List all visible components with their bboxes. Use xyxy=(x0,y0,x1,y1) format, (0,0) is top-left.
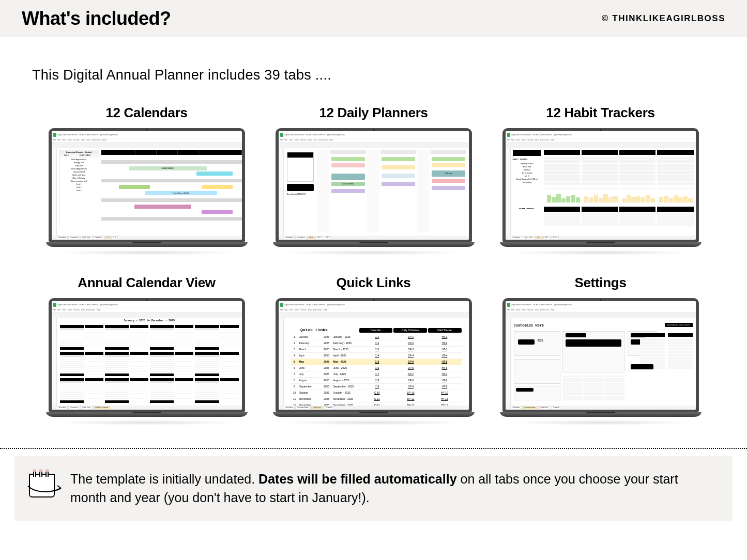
card-title-settings: Settings xyxy=(493,275,708,291)
card-title-calendars: 12 Calendars xyxy=(39,105,254,121)
sheets-icon xyxy=(507,303,510,307)
month-pill xyxy=(513,150,541,156)
intro-text: This Digital Annual Planner includes 39 … xyxy=(0,37,747,83)
mini-calendar xyxy=(287,152,314,182)
sheet-tabs: Start HereCustomizeQuick Links12 MonthC-… xyxy=(52,236,242,240)
dotted-divider xyxy=(0,448,747,449)
events-panel: Important Events - Sorted DATEEVENT/TASK… xyxy=(59,150,99,227)
laptop-quicklinks: Digital Annual Planner - BLACK AND WHITE… xyxy=(273,298,475,425)
sheets-icon xyxy=(507,133,510,137)
footer-band: The template is initially undated. Dates… xyxy=(14,456,733,521)
dont-forget-box xyxy=(287,184,314,191)
card-quicklinks: Quick Links Digital Annual Planner - BLA… xyxy=(266,275,481,425)
card-settings: Settings Digital Annual Planner - BLACK … xyxy=(493,275,708,425)
card-annual: Annual Calendar View Digital Annual Plan… xyxy=(39,275,254,425)
card-calendars: 12 Calendars Digital Annual Planner - BL… xyxy=(39,105,254,255)
card-title-daily: 12 Daily Planners xyxy=(266,105,481,121)
sheet-menu: FileEditViewInsertFormatDataToolsExtensi… xyxy=(52,138,242,143)
page-title: What's included? xyxy=(22,8,171,29)
footer-text: The template is initially undated. Dates… xyxy=(70,470,715,507)
quicklinks-table: Quick Links Calendar Daily Schedule Habi… xyxy=(291,328,462,409)
settings-badge: CALENDARS AND DAILY xyxy=(665,323,693,327)
card-daily: 12 Daily Planners Digital Annual Planner… xyxy=(266,105,481,255)
sheets-icon xyxy=(53,303,56,307)
laptop-settings: Digital Annual Planner - BLACK AND WHITE… xyxy=(500,298,702,425)
header-bar: What's included? © THINKLIKEAGIRLBOSS xyxy=(0,0,747,37)
card-title-quicklinks: Quick Links xyxy=(266,275,481,291)
calendar-day-header xyxy=(101,150,242,155)
card-title-annual: Annual Calendar View xyxy=(39,275,254,291)
card-title-habit: 12 Habit Trackers xyxy=(493,105,708,121)
sheets-icon xyxy=(280,133,283,137)
card-habit: 12 Habit Trackers Digital Annual Planner… xyxy=(493,105,708,255)
settings-heading: Customize Here xyxy=(514,324,544,328)
laptop-daily: Digital Annual Planner - BLACK AND WHITE… xyxy=(273,128,475,255)
copyright: © THINKLIKEAGIRLBOSS xyxy=(602,13,725,24)
laptop-annual: Digital Annual Planner - BLACK AND WHITE… xyxy=(46,298,248,425)
doc-title: Digital Annual Planner - BLACK AND WHITE… xyxy=(57,134,118,136)
cards-grid: 12 Calendars Digital Annual Planner - BL… xyxy=(0,83,747,425)
laptop-calendars: Digital Annual Planner - BLACK AND WHITE… xyxy=(46,128,248,255)
sheets-icon xyxy=(53,133,56,137)
sheets-icon xyxy=(280,303,283,307)
calendar-arrow-icon xyxy=(28,470,58,499)
laptop-habit: Digital Annual Planner - BLACK AND WHITE… xyxy=(500,128,702,255)
